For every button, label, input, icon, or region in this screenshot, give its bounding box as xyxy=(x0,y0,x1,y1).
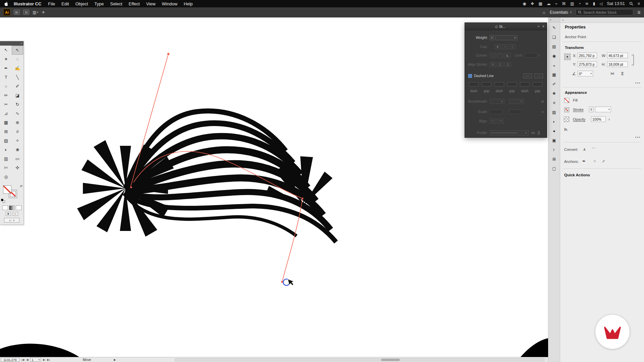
arrowhead-start-select[interactable]: ▼ xyxy=(490,99,504,104)
collapse-panel-icon[interactable]: « xyxy=(21,42,22,45)
limit-field[interactable] xyxy=(524,53,537,58)
brushes-panel-icon[interactable]: ✐ xyxy=(551,81,557,87)
scrollbar-thumb[interactable] xyxy=(381,359,400,361)
mesh-tool[interactable]: # xyxy=(12,127,23,136)
menubar-status-icon[interactable]: ⌁ xyxy=(555,1,557,6)
link-dimensions-icon[interactable] xyxy=(631,53,635,67)
menu-item[interactable]: File xyxy=(48,1,55,6)
link-scale-icon[interactable]: ∞ xyxy=(542,110,544,114)
align-arrow-end-icon[interactable]: ⊣ xyxy=(497,119,503,124)
line-segment-tool[interactable]: ╲ xyxy=(12,73,23,82)
butt-cap-icon[interactable]: ▮ xyxy=(494,44,501,49)
fill-color-swatch[interactable] xyxy=(3,185,11,194)
notification-center-icon[interactable]: ≡ xyxy=(638,1,640,6)
selection-tool[interactable]: ↖ xyxy=(0,46,12,55)
dashed-preset-2-button[interactable]: ‑ ‑ xyxy=(534,73,543,78)
width-tool[interactable]: ∿ xyxy=(12,109,23,118)
color-mode-button[interactable] xyxy=(2,205,8,210)
learn-icon[interactable]: ☼ xyxy=(542,10,546,15)
dashed-line-checkbox[interactable]: – xyxy=(468,74,472,78)
x-input[interactable]: 291,792 p xyxy=(578,53,597,58)
appearance-more-options[interactable]: ••• xyxy=(635,135,641,139)
projecting-cap-icon[interactable]: ▯ xyxy=(509,44,516,49)
menubar-status-icon[interactable]: ▥ xyxy=(570,1,574,6)
graphic-styles-panel-icon[interactable]: ▣ xyxy=(551,137,557,143)
menubar-status-icon[interactable]: ≋ xyxy=(585,1,589,6)
draw-behind-button[interactable]: ◻ xyxy=(13,212,18,216)
round-join-icon[interactable]: ⌒ xyxy=(497,53,503,58)
miter-join-icon[interactable]: ∟ xyxy=(490,53,496,58)
flip-vertical-icon[interactable]: ⋈ xyxy=(620,72,625,75)
opacity-swatch[interactable] xyxy=(564,117,569,122)
lasso-tool[interactable]: ◌ xyxy=(12,55,23,64)
screen-mode-button[interactable]: ▭▾ xyxy=(4,218,19,223)
stroke-label[interactable]: Stroke xyxy=(573,108,584,112)
perspective-grid-tool[interactable]: ⊞ xyxy=(0,127,12,136)
menu-item[interactable]: Edit xyxy=(61,1,69,6)
convert-to-corner-icon[interactable]: ∧ xyxy=(583,147,586,152)
dash-gap-field[interactable] xyxy=(533,82,542,86)
adobe-stock-search[interactable] xyxy=(576,9,633,15)
default-colors-icon[interactable] xyxy=(1,199,5,203)
menubar-app-name[interactable]: Illustrator CC xyxy=(14,1,41,6)
ellipse-tool[interactable]: ○ xyxy=(0,82,12,91)
pathfinder-panel-icon[interactable]: ⊞ xyxy=(551,156,557,162)
menu-item[interactable]: Select xyxy=(110,1,122,6)
scale-start-field[interactable] xyxy=(490,109,502,114)
color-panel-icon[interactable]: ◉ xyxy=(551,53,557,59)
remove-anchor-icon[interactable]: ✧ xyxy=(593,159,596,164)
tab-stroke[interactable]: ◇ St... xyxy=(495,24,505,28)
appearance-panel-icon[interactable]: ● xyxy=(551,128,557,134)
fill-label[interactable]: Fill xyxy=(573,98,578,102)
dash-gap-field[interactable] xyxy=(469,82,479,86)
workspace-switcher[interactable]: Essentials ▾ xyxy=(550,10,572,15)
collapse-properties-icon[interactable]: « xyxy=(562,18,564,22)
menubar-status-icon[interactable]: ▦ xyxy=(538,1,542,6)
striped-ribbon-artwork[interactable] xyxy=(77,111,336,242)
type-tool[interactable]: T xyxy=(0,73,12,82)
bevel-join-icon[interactable]: ◣ xyxy=(504,53,511,58)
flip-across-icon[interactable]: ⋈ xyxy=(531,131,535,135)
gradient-tool[interactable]: ▨ xyxy=(0,136,12,145)
stock-button[interactable]: St xyxy=(23,10,29,15)
curvature-tool[interactable]: ✍ xyxy=(12,64,23,73)
gradient-mode-button[interactable] xyxy=(9,205,15,210)
symbol-sprayer-tool[interactable]: ❀ xyxy=(12,145,23,154)
menu-item[interactable]: Effect xyxy=(129,1,140,6)
arrowhead-end-select[interactable]: ▼ xyxy=(509,99,524,104)
menu-item[interactable]: View xyxy=(146,1,156,6)
align-arrow-start-icon[interactable]: ⊢ xyxy=(490,119,496,124)
cut-path-icon[interactable]: ⌿ xyxy=(602,159,605,164)
menu-list-icon[interactable]: ≣ xyxy=(637,10,641,15)
horizontal-scrollbar[interactable] xyxy=(174,358,545,361)
eraser-tool[interactable]: ◪ xyxy=(12,91,23,100)
dash-gap-field[interactable] xyxy=(482,82,491,86)
layers-panel-icon[interactable]: ❏ xyxy=(551,34,557,40)
free-transform-tool[interactable]: ▦ xyxy=(0,118,12,127)
weight-select[interactable]: ▼ xyxy=(495,35,518,40)
scale-tool[interactable]: ⊿ xyxy=(0,109,12,118)
menu-item[interactable]: Object xyxy=(75,1,88,6)
panel-menu-icon[interactable]: ≡ xyxy=(542,24,544,28)
menu-item[interactable]: Help xyxy=(184,1,193,6)
gradient-panel-icon[interactable]: ▨ xyxy=(551,109,557,115)
swap-arrowheads-icon[interactable]: ⇄ xyxy=(541,99,544,103)
slice-tool[interactable]: ✄ xyxy=(0,163,12,172)
scissors-tool[interactable]: ✂ xyxy=(0,100,12,109)
scale-end-field[interactable] xyxy=(509,109,522,114)
transparency-panel-icon[interactable]: ◐ xyxy=(551,119,557,124)
swatches-panel-icon[interactable]: ▦ xyxy=(551,72,557,77)
flip-horizontal-icon[interactable]: ⋈ xyxy=(610,71,614,76)
column-graph-tool[interactable]: ▥ xyxy=(0,154,12,163)
dashed-preset-1-button[interactable]: – – xyxy=(523,73,532,78)
menubar-status-icon[interactable]: ◉ xyxy=(523,1,526,6)
last-artboard-button[interactable]: ▶| xyxy=(47,358,50,361)
menubar-status-icon[interactable]: ❖ xyxy=(531,1,534,6)
opacity-label[interactable]: Opacity xyxy=(573,117,585,121)
w-input[interactable]: 46,673 pt xyxy=(607,53,628,58)
next-artboard-button[interactable]: ▶ xyxy=(43,358,45,361)
symbols-panel-icon[interactable]: ❖ xyxy=(551,90,557,96)
menubar-status-icon[interactable]: ◁ xyxy=(599,1,602,6)
paintbrush-tool[interactable]: ✐ xyxy=(12,82,23,91)
weight-stepper[interactable]: ▲▼ xyxy=(490,35,494,40)
